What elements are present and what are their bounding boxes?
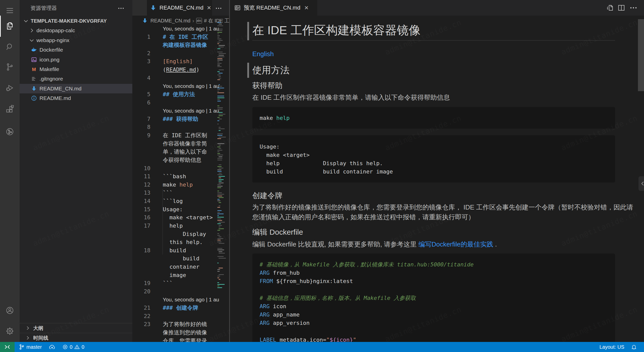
preview-p-help: 在 IDE 工作区制作容器镜像非常简单，请输入以下命令获得帮助信息	[252, 93, 450, 102]
code-line: 像推送到您的镜像	[132, 328, 229, 337]
close-icon[interactable]: ×	[207, 4, 211, 11]
minimap[interactable]	[217, 16, 226, 293]
sync-icon	[49, 344, 55, 350]
code-line: 1# 在 IDE 工作区	[132, 33, 229, 41]
code-line: image	[132, 271, 229, 279]
section-outline[interactable]: 大纲	[20, 323, 132, 333]
arrow-down-icon	[31, 86, 37, 92]
code-line: 23为了将制作好的镜	[132, 320, 229, 328]
tree-item-makefile[interactable]: MMakefile	[20, 64, 132, 74]
activity-remote-fork-icon[interactable]	[0, 124, 20, 140]
indent-guide	[163, 189, 163, 255]
gitlens-annotation: You, seconds ago | 1 au	[132, 295, 229, 304]
tree-item-readme-md[interactable]: README.md	[20, 93, 132, 103]
activity-settings-gear-icon[interactable]	[0, 323, 20, 339]
tree-item-icon-png[interactable]: icon.png	[20, 55, 132, 64]
svg-text:M: M	[32, 67, 36, 72]
code-line: 11```bash	[132, 172, 229, 181]
line-number: 4	[132, 74, 150, 82]
activity-account-icon[interactable]	[0, 302, 20, 319]
preview-group: 预览 README_CN.md × 在 IDE 工作区构建模板容器镜像 Engl…	[230, 0, 644, 342]
tree-item-template-maker-dkvgrfay[interactable]: TEMPLATE-MAKER-DKVGRFAY	[20, 16, 132, 26]
gitlens-annotation: You, seconds ago | 1 au	[132, 24, 229, 33]
code-line: 5## 使用方法	[132, 90, 229, 98]
preview-p-token: 为了将制作好的镜像推送到您的镜像仓库，您需要登录到您的镜像仓库， IDE 工作区…	[252, 202, 633, 222]
gitlens-annotation: You, seconds ago | 1 au	[132, 107, 229, 115]
tree-item-dockerfile[interactable]: Dockerfile	[20, 45, 132, 55]
preview-h3-docker: 编辑 Dockerfile	[252, 227, 303, 237]
branch-status[interactable]: master	[19, 342, 42, 352]
preview-icon	[234, 5, 241, 11]
gitlens-annotation: You, seconds ago | 1 au	[132, 82, 229, 90]
breadcrumb-file[interactable]: README_CN.md	[150, 18, 190, 24]
collapse-panel-button[interactable]	[638, 176, 644, 191]
close-icon[interactable]: ×	[304, 4, 308, 11]
sidebar-more-icon[interactable]	[118, 5, 124, 12]
remote-indicator[interactable]	[0, 342, 15, 352]
activity-bar	[0, 0, 20, 342]
tree-label: .gitngnore	[39, 76, 63, 82]
branch-icon	[19, 344, 25, 350]
preview-scrollbar[interactable]	[638, 19, 644, 91]
tab-preview-readme-cn[interactable]: 预览 README_CN.md ×	[230, 0, 317, 16]
editor-group-divider[interactable]	[229, 0, 230, 342]
preview-tab-bar: 预览 README_CN.md ×	[230, 0, 644, 16]
activity-debug-icon[interactable]	[0, 80, 20, 96]
list-icon	[31, 76, 37, 82]
line-number: 2	[132, 49, 150, 57]
line-number: 15	[132, 205, 150, 214]
activity-search-icon[interactable]	[0, 39, 20, 55]
line-number: 21	[132, 304, 150, 312]
code-line: 令获得帮助信息	[132, 156, 229, 164]
open-changes-icon[interactable]	[606, 0, 614, 16]
code-line: 作容器镜像非常简	[132, 139, 229, 148]
tab-readme-cn[interactable]: README_CN.md ×	[147, 0, 212, 16]
code-line: 21### 创建令牌	[132, 304, 229, 312]
tab-label: README_CN.md	[159, 5, 204, 11]
line-number: 11	[132, 172, 150, 181]
sync-status[interactable]	[49, 342, 55, 352]
activity-files-icon[interactable]	[0, 18, 20, 34]
chevron-right-icon: ›	[192, 18, 194, 24]
editor-group: README_CN.md × README_CN.md › abc # 在 ID…	[132, 0, 229, 342]
code-line: 2	[132, 49, 229, 57]
more-actions-icon[interactable]	[630, 0, 637, 16]
code-line: container	[132, 263, 229, 271]
preview-h2: 使用方法	[252, 64, 290, 76]
tree-label: README_CN.md	[39, 86, 82, 92]
section-timeline[interactable]: 时间线	[20, 333, 132, 342]
line-number: 7	[132, 115, 150, 123]
vscode-window: 资源管理器 TEMPLATE-MAKER-DKVGRFAYdesktopapp-…	[0, 0, 644, 352]
problems-status[interactable]: 0 0	[62, 342, 84, 352]
tree-item--gitngnore[interactable]: .gitngnore	[20, 74, 132, 84]
split-editor-icon[interactable]	[618, 0, 625, 16]
h2-bar	[247, 63, 249, 78]
branch-name: master	[26, 344, 42, 350]
activity-menu-icon[interactable]	[0, 3, 20, 19]
line-number: 18	[132, 246, 150, 255]
code-line: 仓库，您需要登录	[132, 337, 229, 342]
code-text: make help	[260, 114, 290, 122]
line-number: 19	[132, 279, 150, 287]
code-line: 16 make <target>	[132, 213, 229, 222]
docker-icon	[31, 47, 37, 53]
line-number: 17	[132, 222, 150, 230]
tree-label: Dockerfile	[39, 47, 63, 53]
layout-status[interactable]: Layout: US	[599, 342, 624, 352]
activity-source-control-icon[interactable]	[0, 59, 20, 75]
line-number: 6	[132, 98, 150, 107]
tree-item-desktopapp-calc[interactable]: desktopapp-calc	[20, 26, 132, 35]
notifications-bell[interactable]	[631, 342, 637, 352]
line-number: 8	[132, 123, 150, 131]
tree-item-webapp-nginx[interactable]: webapp-nginx	[20, 36, 132, 45]
tree-item-readme-cn-md[interactable]: README_CN.md	[20, 84, 132, 93]
section-label: 时间线	[33, 335, 48, 341]
line-number: 23	[132, 320, 150, 328]
breadcrumb[interactable]: README_CN.md › abc # 在 IDE 工	[132, 16, 229, 26]
code-line: 15Usage:	[132, 205, 229, 214]
code-area[interactable]: You, seconds ago | 1 au1# 在 IDE 工作区构建模板容…	[132, 24, 229, 342]
editor-more-icon[interactable]	[215, 5, 222, 12]
markdown-down-icon	[142, 18, 148, 24]
activity-extensions-icon[interactable]	[0, 101, 20, 117]
dockerfile-best-practice-link[interactable]: 编写Dockerfile的最佳实践	[418, 240, 493, 248]
